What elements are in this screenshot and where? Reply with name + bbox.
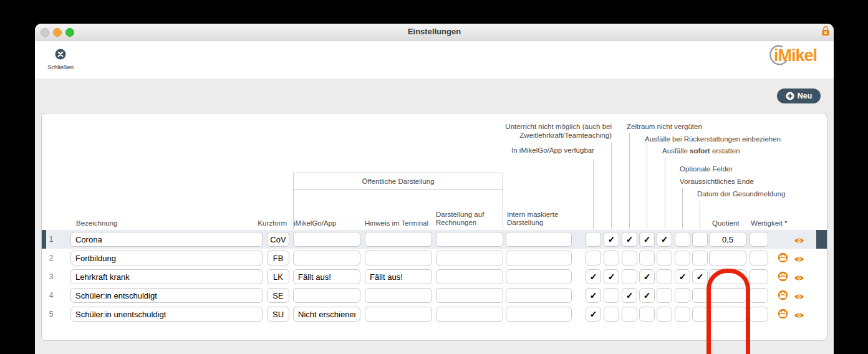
table-row[interactable]: 2: [42, 249, 827, 267]
screen: Einstellungen Schließen: [0, 0, 868, 354]
bezeichnung-input[interactable]: [70, 288, 263, 303]
flag-checkbox-rueckerstattungen[interactable]: [639, 251, 655, 266]
bezeichnung-input[interactable]: [70, 232, 263, 247]
kurzform-input[interactable]: [267, 269, 289, 284]
flag-checkbox-voraussichtliches-ende[interactable]: [675, 232, 690, 247]
close-button[interactable]: Schließen: [46, 49, 75, 70]
wertigkeit-input[interactable]: [750, 269, 768, 284]
eye-icon[interactable]: [794, 292, 804, 302]
row-number: 5: [42, 310, 60, 318]
flag-checkbox-unterricht-nicht-moeglich[interactable]: [604, 288, 619, 303]
terminal-input[interactable]: [365, 307, 432, 322]
flag-checkbox-sofort-erstatten[interactable]: [657, 288, 672, 303]
flag-header-unterricht-nicht-moeglich: Unterricht nicht möglich (auch bei Zweit…: [493, 122, 612, 140]
imikelgo-input[interactable]: [293, 269, 360, 284]
intern-input[interactable]: [506, 251, 572, 266]
flag-checkbox-rueckerstattungen[interactable]: ✓: [639, 232, 655, 247]
flag-checkbox-imikelgo-verfuegbar[interactable]: [586, 251, 601, 266]
connector-line: [682, 188, 683, 229]
flag-checkbox-rueckerstattungen[interactable]: [639, 307, 655, 322]
people-icon[interactable]: [778, 252, 788, 263]
flag-checkbox-unterricht-nicht-moeglich[interactable]: [604, 251, 619, 266]
bezeichnung-input[interactable]: [70, 307, 263, 322]
wertigkeit-input[interactable]: [750, 251, 768, 266]
quotient-input[interactable]: [709, 251, 746, 266]
row-number: 4: [42, 291, 60, 300]
flag-checkbox-imikelgo-verfuegbar[interactable]: [586, 232, 601, 247]
flag-checkbox-datum-gesundmeldung[interactable]: [692, 307, 708, 322]
row-number: 3: [42, 272, 60, 281]
kurzform-input[interactable]: [267, 251, 289, 266]
terminal-input[interactable]: [365, 269, 432, 284]
rechnungen-input[interactable]: [436, 288, 503, 303]
new-button[interactable]: Neu: [777, 88, 821, 103]
flag-checkbox-zeitraum-nicht-verguetet[interactable]: [622, 251, 637, 266]
flag-checkbox-imikelgo-verfuegbar[interactable]: ✓: [586, 288, 601, 303]
flag-checkbox-datum-gesundmeldung[interactable]: [692, 232, 708, 247]
flag-checkbox-zeitraum-nicht-verguetet[interactable]: [622, 307, 637, 322]
flag-checkbox-unterricht-nicht-moeglich[interactable]: ✓: [604, 269, 619, 284]
connector-line: [611, 143, 612, 229]
terminal-input[interactable]: [365, 251, 432, 266]
rechnungen-input[interactable]: [436, 269, 503, 284]
flag-header-zeitraum-nicht-verguetet: Zeitraum nicht vergüten: [627, 123, 702, 130]
column-header-rechnungen: Darstellung auf Rechnungen: [436, 211, 504, 227]
intern-input[interactable]: [506, 269, 572, 284]
flag-checkbox-voraussichtliches-ende[interactable]: [675, 251, 690, 266]
table-row[interactable]: 1 ✓ ✓ ✓ ✓: [42, 230, 827, 249]
lock-icon[interactable]: [821, 26, 830, 37]
flag-checkbox-imikelgo-verfuegbar[interactable]: ✓: [586, 307, 601, 322]
bezeichnung-input[interactable]: [70, 251, 263, 266]
flag-header-in-imikelgo-verfuegbar: In iMikelGo/App verfügbar: [470, 146, 594, 154]
flag-checkbox-rueckerstattungen[interactable]: ✓: [639, 269, 655, 284]
imikelgo-input[interactable]: [293, 288, 360, 303]
intern-input[interactable]: [506, 307, 572, 322]
flag-checkbox-sofort-erstatten[interactable]: [657, 307, 672, 322]
flag-checkbox-datum-gesundmeldung[interactable]: [692, 288, 708, 303]
flag-header-rueckerstattungen: Ausfälle bei Rückerstattungen einbeziehe…: [645, 135, 781, 143]
kurzform-input[interactable]: [267, 307, 289, 322]
eye-icon[interactable]: [794, 310, 804, 321]
column-header-wertigkeit: Wertigkeit *: [751, 219, 788, 227]
wertigkeit-input[interactable]: [750, 307, 768, 322]
flag-checkbox-zeitraum-nicht-verguetet[interactable]: ✓: [622, 288, 637, 303]
flag-checkbox-imikelgo-verfuegbar[interactable]: ✓: [586, 269, 601, 284]
rechnungen-input[interactable]: [436, 307, 503, 322]
flag-checkbox-datum-gesundmeldung[interactable]: ✓: [692, 269, 708, 284]
bezeichnung-input[interactable]: [70, 269, 263, 284]
terminal-input[interactable]: [365, 232, 432, 247]
kurzform-input[interactable]: [267, 232, 289, 247]
intern-input[interactable]: [506, 232, 572, 247]
people-icon[interactable]: [778, 309, 788, 319]
wertigkeit-input[interactable]: [750, 232, 768, 247]
terminal-input[interactable]: [365, 288, 432, 303]
flag-checkbox-voraussichtliches-ende[interactable]: [675, 288, 690, 303]
flag-checkbox-zeitraum-nicht-verguetet[interactable]: ✓: [622, 232, 637, 247]
eye-icon[interactable]: [794, 273, 804, 284]
flag-checkbox-rueckerstattungen[interactable]: ✓: [639, 288, 655, 303]
flag-checkbox-voraussichtliches-ende[interactable]: ✓: [675, 269, 690, 284]
flag-checkbox-sofort-erstatten[interactable]: [657, 251, 672, 266]
people-icon[interactable]: [778, 271, 788, 282]
flag-checkbox-voraussichtliches-ende[interactable]: [675, 307, 690, 322]
flag-checkbox-unterricht-nicht-moeglich[interactable]: [604, 307, 619, 322]
eye-icon[interactable]: [794, 254, 804, 265]
intern-input[interactable]: [506, 288, 572, 303]
flag-checkbox-zeitraum-nicht-verguetet[interactable]: [622, 269, 637, 284]
kurzform-input[interactable]: [267, 288, 289, 303]
imikelgo-input[interactable]: [293, 251, 360, 266]
rechnungen-input[interactable]: [436, 232, 503, 247]
flag-checkbox-sofort-erstatten[interactable]: ✓: [657, 232, 672, 247]
imikelgo-input[interactable]: [293, 307, 360, 322]
flag-checkbox-datum-gesundmeldung[interactable]: [692, 251, 708, 266]
column-header-imikelgo: iMikelGo/App: [294, 219, 336, 227]
people-icon[interactable]: [778, 290, 788, 300]
close-button-label: Schließen: [46, 64, 75, 70]
flag-checkbox-unterricht-nicht-moeglich[interactable]: ✓: [604, 232, 619, 247]
rechnungen-input[interactable]: [436, 251, 503, 266]
eye-icon[interactable]: [794, 236, 804, 246]
quotient-input[interactable]: [709, 232, 746, 247]
imikelgo-input[interactable]: [293, 232, 360, 247]
flag-checkbox-sofort-erstatten[interactable]: [657, 269, 672, 284]
wertigkeit-input[interactable]: [750, 288, 768, 303]
